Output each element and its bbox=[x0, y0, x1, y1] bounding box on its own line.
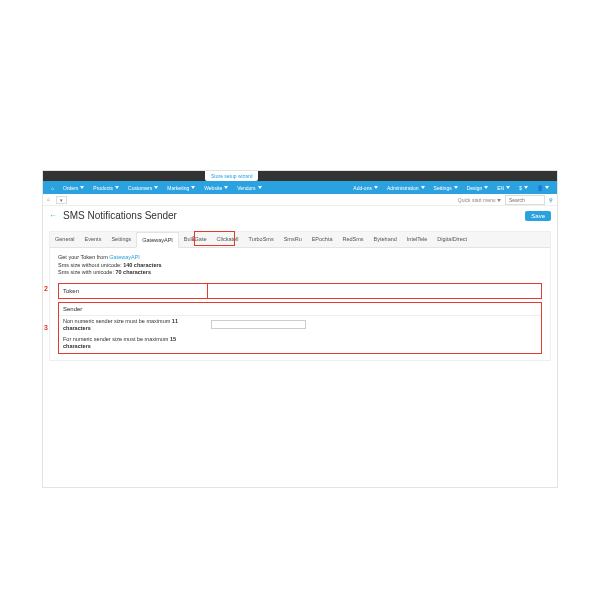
tab-bytehand[interactable]: Bytehand bbox=[369, 232, 402, 247]
window-topbar: Store setup wizard bbox=[43, 171, 557, 181]
token-label: Token bbox=[59, 285, 207, 297]
menu-settings[interactable]: Settings bbox=[430, 185, 462, 191]
sender-section: Sender Non numeric sender size must be m… bbox=[58, 302, 542, 354]
tab-redsms[interactable]: RedSms bbox=[338, 232, 369, 247]
menu-design[interactable]: Design bbox=[463, 185, 493, 191]
menu-products[interactable]: Products bbox=[89, 185, 123, 191]
tab-digitaldirect[interactable]: DigitalDirect bbox=[432, 232, 472, 247]
tab-turbosms[interactable]: TurboSms bbox=[244, 232, 279, 247]
page-title: SMS Notifications Sender bbox=[63, 210, 177, 221]
home-icon[interactable]: ⌂ bbox=[47, 185, 58, 191]
tab-inteltele[interactable]: IntelTele bbox=[402, 232, 433, 247]
menu-orders[interactable]: Orders bbox=[59, 185, 88, 191]
provider-tabs: GeneralEventsSettingsGatewayAPIBulkGateC… bbox=[50, 232, 550, 248]
tab-epochta[interactable]: EPochta bbox=[307, 232, 338, 247]
sender-label: Sender bbox=[59, 303, 541, 316]
user-icon[interactable]: 👤 bbox=[533, 185, 553, 191]
menu-vendors[interactable]: Vendors bbox=[233, 185, 265, 191]
settings-panel: GeneralEventsSettingsGatewayAPIBulkGateC… bbox=[49, 231, 551, 361]
sub-toolbar: ⌂ ▾ Quick start menu ⚲ bbox=[43, 194, 557, 206]
callout-number-2: 2 bbox=[44, 285, 48, 292]
tab-smsru[interactable]: SmsRu bbox=[279, 232, 307, 247]
breadcrumb-dropdown[interactable]: ▾ bbox=[56, 196, 67, 204]
tab-settings[interactable]: Settings bbox=[106, 232, 136, 247]
tab-gatewayapi[interactable]: GatewayAPI bbox=[136, 232, 179, 248]
menu-addons[interactable]: Add-ons bbox=[349, 185, 382, 191]
menu-currency[interactable]: $ bbox=[515, 185, 532, 191]
search-input[interactable] bbox=[505, 195, 545, 205]
back-icon[interactable]: ← bbox=[49, 211, 57, 220]
tab-clickatell[interactable]: Clickatell bbox=[211, 232, 243, 247]
search-icon[interactable]: ⚲ bbox=[549, 197, 553, 203]
menu-language[interactable]: EN bbox=[493, 185, 514, 191]
main-menu-bar: ⌂ Orders Products Customers Marketing We… bbox=[43, 181, 557, 194]
sender-hint-numeric: For numeric sender size must be maximum … bbox=[59, 334, 207, 352]
tab-general[interactable]: General bbox=[50, 232, 80, 247]
callout-number-1: 1 bbox=[192, 235, 196, 242]
menu-marketing[interactable]: Marketing bbox=[163, 185, 199, 191]
tab-events[interactable]: Events bbox=[80, 232, 107, 247]
token-section: Token bbox=[58, 283, 542, 299]
info-text: Get your Token from GatewayAPI Sms size … bbox=[58, 254, 542, 277]
menu-website[interactable]: Website bbox=[200, 185, 232, 191]
sender-input[interactable] bbox=[211, 320, 306, 329]
store-setup-wizard-tab[interactable]: Store setup wizard bbox=[205, 171, 258, 181]
breadcrumb-home-icon[interactable]: ⌂ bbox=[47, 196, 50, 204]
menu-customers[interactable]: Customers bbox=[124, 185, 162, 191]
menu-administration[interactable]: Administration bbox=[383, 185, 429, 191]
save-button[interactable]: Save bbox=[525, 211, 551, 221]
sender-hint-nonnumeric: Non numeric sender size must be maximum … bbox=[59, 316, 207, 334]
callout-number-3: 3 bbox=[44, 324, 48, 331]
quick-start-menu[interactable]: Quick start menu bbox=[458, 197, 501, 203]
gatewayapi-link[interactable]: GatewayAPI bbox=[109, 254, 140, 260]
